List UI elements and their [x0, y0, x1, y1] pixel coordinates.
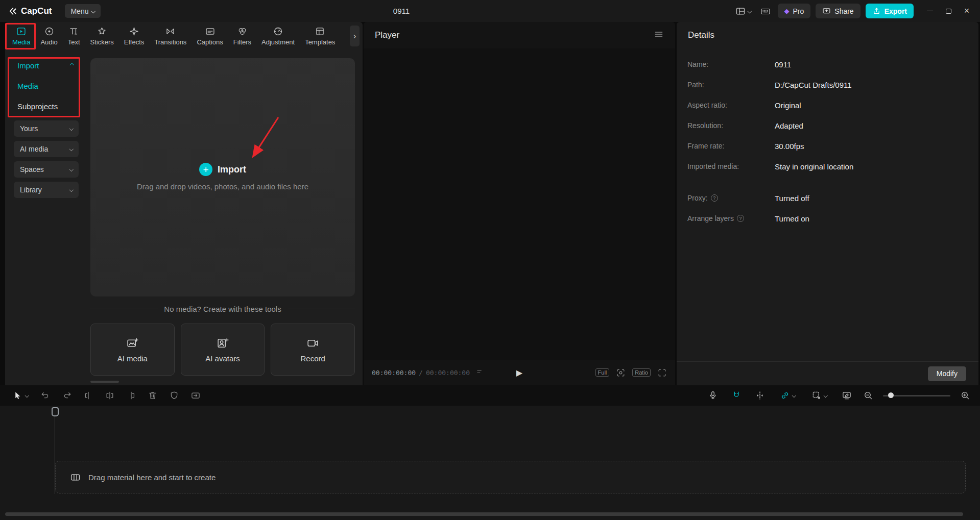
playhead-handle[interactable]	[52, 407, 59, 416]
sidebar-item-import[interactable]: Import	[5, 55, 82, 76]
redo-button[interactable]	[56, 388, 78, 403]
detail-value: Adapted	[775, 121, 803, 130]
edit-cover-button[interactable]	[836, 388, 857, 403]
tab-text[interactable]: Text	[63, 26, 85, 46]
delete-button[interactable]	[142, 388, 163, 403]
share-button[interactable]: Share	[816, 4, 860, 18]
preview-axis-button[interactable]	[749, 388, 771, 403]
ratio-toggle[interactable]: Ratio	[632, 368, 651, 377]
sidebar-group-spaces[interactable]: Spaces	[14, 161, 79, 178]
sidebar-group-ai-media[interactable]: AI media	[14, 141, 79, 157]
split-button[interactable]	[99, 388, 121, 403]
tab-media[interactable]: Media	[7, 26, 35, 46]
zoom-in-button[interactable]	[957, 388, 974, 403]
close-icon: ×	[964, 6, 970, 16]
detail-row-imported-media: Imported media: Stay in original locatio…	[687, 156, 968, 177]
mask-button[interactable]	[163, 388, 185, 403]
split-right-button[interactable]	[121, 388, 142, 403]
linkage-toggle[interactable]	[773, 388, 802, 403]
chevron-up-icon	[69, 63, 74, 67]
maximize-icon	[946, 9, 951, 14]
detail-row-path: Path: D:/CapCut Drafts/0911	[687, 75, 968, 95]
ai-media-button[interactable]: AI media	[90, 324, 175, 376]
capcut-window: CapCut Menu 0911 ◆ Pro Share	[0, 0, 980, 520]
play-button[interactable]: ▶	[516, 368, 522, 378]
tab-effects[interactable]: Effects	[119, 26, 150, 46]
tab-adjustment[interactable]: Adjustment	[256, 26, 300, 46]
info-icon[interactable]: ?	[711, 194, 718, 202]
close-button[interactable]: ×	[958, 4, 976, 19]
undo-button[interactable]	[35, 388, 56, 403]
split-left-button[interactable]	[78, 388, 99, 403]
layout-select[interactable]	[733, 4, 753, 18]
sidebar-item-subprojects[interactable]: Subprojects	[5, 96, 82, 116]
cover-icon	[842, 390, 852, 401]
selection-options-button[interactable]	[804, 388, 834, 403]
ai-avatars-button[interactable]: AI avatars	[181, 324, 265, 376]
tab-transitions[interactable]: Transitions	[149, 26, 192, 46]
focus-icon[interactable]	[616, 368, 626, 378]
select-tool-button[interactable]	[6, 388, 35, 403]
sidebar-item-media[interactable]: Media	[5, 76, 82, 96]
tab-filters[interactable]: Filters	[228, 26, 256, 46]
tab-templates[interactable]: Templates	[300, 26, 340, 46]
detail-value: Turned off	[775, 194, 809, 203]
timeline-drop-target[interactable]: Drag material here and start to create	[55, 461, 966, 493]
pro-gem-icon: ◆	[784, 7, 790, 15]
templates-icon	[315, 26, 325, 37]
text-icon	[68, 26, 79, 37]
logo-text: CapCut	[21, 6, 52, 16]
shortcuts-button[interactable]	[758, 4, 773, 18]
tab-audio[interactable]: Audio	[35, 26, 62, 46]
tab-label: Adjustment	[261, 38, 295, 46]
tab-stickers[interactable]: Stickers	[85, 26, 119, 46]
detail-value: Original	[775, 101, 801, 110]
maximize-button[interactable]	[939, 4, 958, 19]
insert-to-track-button[interactable]	[185, 388, 206, 403]
fullscreen-icon[interactable]	[657, 368, 667, 378]
chevron-down-icon	[824, 393, 828, 398]
total-time: 00:00:00:00	[426, 369, 470, 377]
voiceover-button[interactable]	[702, 388, 724, 403]
full-toggle[interactable]: Full	[595, 368, 610, 377]
menu-label: Menu	[70, 7, 88, 15]
media-scrollbar[interactable]	[90, 381, 119, 383]
video-preview[interactable]	[364, 48, 675, 360]
magnetic-snap-toggle[interactable]	[726, 388, 747, 403]
export-label: Export	[885, 7, 907, 15]
pro-button[interactable]: ◆ Pro	[778, 4, 811, 18]
detail-label: Resolution:	[687, 121, 775, 130]
tab-label: Text	[68, 38, 80, 46]
detail-row-arrange-layers: Arrange layers ? Turned on	[687, 208, 968, 229]
media-library-panel: Media Audio Text Stickers Effects	[5, 22, 363, 385]
timeline-zoom-slider[interactable]	[883, 395, 950, 397]
menu-button[interactable]: Menu	[65, 4, 101, 18]
timeline-toolbar	[0, 385, 980, 406]
timecode-options-icon[interactable]	[476, 368, 484, 378]
timecode: 00:00:00:00 / 00:00:00:00	[372, 369, 470, 377]
zoom-out-button[interactable]	[859, 388, 877, 403]
tab-label: Effects	[124, 38, 145, 46]
detail-value: 30.00fps	[775, 142, 804, 151]
sidebar-group-library[interactable]: Library	[14, 182, 79, 198]
keyboard-icon	[760, 6, 771, 16]
timeline-scrollbar[interactable]	[5, 512, 963, 516]
import-dropzone[interactable]: + Import Drag and drop videos, photos, a…	[90, 58, 355, 296]
record-button[interactable]: Record	[271, 324, 355, 376]
tab-label: Templates	[305, 38, 335, 46]
info-icon[interactable]: ?	[737, 215, 744, 222]
ribbon-more-button[interactable]: ›	[350, 26, 360, 46]
share-icon	[822, 7, 831, 15]
zoom-slider-handle[interactable]	[888, 392, 894, 398]
minimize-button[interactable]	[921, 4, 939, 19]
tab-captions[interactable]: Captions	[192, 26, 228, 46]
sidebar-group-yours[interactable]: Yours	[14, 120, 79, 137]
magnet-icon	[731, 390, 742, 401]
player-menu-button[interactable]	[654, 29, 664, 42]
import-button[interactable]: + Import	[90, 163, 355, 176]
filters-icon	[237, 26, 248, 37]
detail-label: Path:	[687, 81, 775, 89]
export-button[interactable]: Export	[866, 4, 914, 18]
player-panel: Player 00:00:00:00 / 00:00:00:00 ▶	[364, 22, 675, 385]
modify-button[interactable]: Modify	[928, 366, 966, 381]
